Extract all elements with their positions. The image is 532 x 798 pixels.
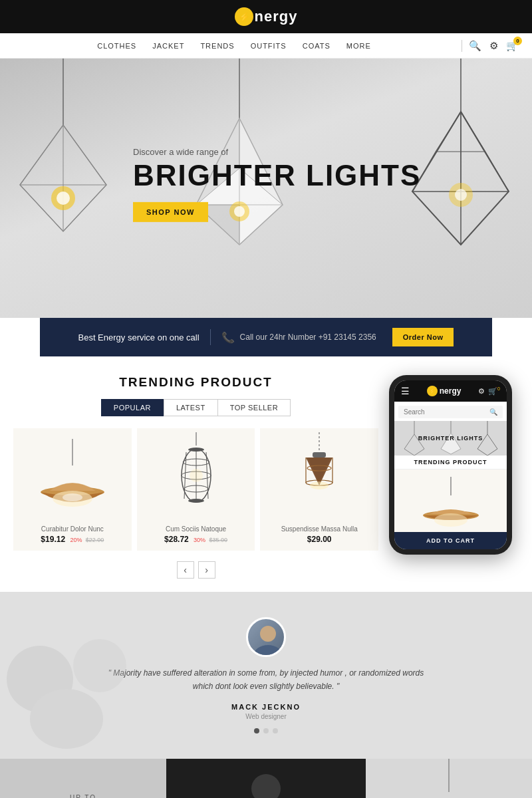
tab-popular[interactable]: POPULAR <box>101 399 164 416</box>
phone-product <box>394 469 507 532</box>
svg-point-67 <box>260 626 276 642</box>
testimonial-name: MACK JECKNO <box>231 703 301 711</box>
phone-hero-text: BRIGHTER LIGHTS <box>418 435 483 442</box>
next-arrow-button[interactable]: › <box>198 561 215 579</box>
nav-item-more[interactable]: MORE <box>346 42 371 50</box>
bottom-right <box>366 759 532 798</box>
product-nav-arrows: ‹ › <box>13 561 378 579</box>
logo-text: nergy <box>255 8 298 25</box>
product-image-1 <box>20 435 125 521</box>
site-header: ⚡ nergy <box>0 0 532 33</box>
product-name-2: Cum Sociis Natoque <box>144 525 249 533</box>
svg-point-69 <box>251 774 281 798</box>
phone-screen: ☰ ⚡ nergy ⚙ 🛒0 🔍 <box>394 380 507 549</box>
phone-frame: ☰ ⚡ nergy ⚙ 🛒0 🔍 <box>389 375 512 555</box>
hero-section: Discover a wide range of BRIGHTER LIGHTS… <box>0 59 532 318</box>
logo-icon: ⚡ <box>235 7 253 26</box>
lamp-left <box>7 59 120 298</box>
phone-search-icon: 🔍 <box>489 408 497 416</box>
service-text: Best Energy service on one call <box>78 332 200 342</box>
product-price-1: $19.12 20% $22.00 <box>20 535 125 544</box>
svg-line-4 <box>20 125 63 185</box>
svg-point-66 <box>30 689 103 749</box>
product-card-1: Curabitur Dolor Nunc $19.12 20% $22.00 <box>13 428 132 551</box>
phone-cart-icon: 🛒0 <box>488 386 500 396</box>
svg-point-36 <box>63 493 82 501</box>
svg-line-30 <box>461 112 485 152</box>
mobile-mockup: ☰ ⚡ nergy ⚙ 🛒0 🔍 <box>389 375 519 579</box>
product-card-2: Cum Sociis Natoque $28.72 30% $35.00 <box>137 428 255 551</box>
tab-top-seller[interactable]: TOP SELLER <box>218 399 291 416</box>
trending-title: TRENDING PRODUCT <box>13 375 378 390</box>
nav-item-coats[interactable]: COATS <box>303 42 331 50</box>
svg-point-63 <box>434 513 467 527</box>
product-price-2: $28.72 30% $35.00 <box>144 535 249 544</box>
hero-content: Discover a wide range of BRIGHTER LIGHTS… <box>133 147 421 222</box>
dot-1[interactable] <box>254 728 259 733</box>
product-image-2 <box>144 435 249 521</box>
svg-line-28 <box>485 152 509 192</box>
hero-cta-button[interactable]: SHOP NOW <box>133 202 208 222</box>
phone-gear-icon: ⚙ <box>478 387 485 396</box>
trending-products: TRENDING PRODUCT POPULAR LATEST TOP SELL… <box>13 375 378 579</box>
prev-arrow-button[interactable]: ‹ <box>177 561 194 579</box>
nav-item-trends[interactable]: TRENDS <box>200 42 234 50</box>
svg-point-68 <box>253 645 283 657</box>
search-icon[interactable]: 🔍 <box>469 40 481 52</box>
hamburger-icon: ☰ <box>401 386 410 396</box>
phone-hero-mini: BRIGHTER LIGHTS <box>394 421 507 456</box>
gear-icon[interactable]: ⚙ <box>489 40 498 52</box>
svg-point-32 <box>455 189 467 201</box>
order-now-button[interactable]: Order Now <box>392 328 454 346</box>
testimonial-dots <box>254 728 278 733</box>
products-grid: Curabitur Dolor Nunc $19.12 20% $22.00 <box>13 428 378 551</box>
testimonial-section: " Majority have suffered alteration in s… <box>0 592 532 759</box>
product-name-1: Curabitur Dolor Nunc <box>20 525 125 533</box>
main-nav: CLOTHES JACKET TRENDS OUTFITS COATS MORE… <box>0 33 532 59</box>
phone-add-cart-button[interactable]: ADD TO CART <box>394 532 507 549</box>
dot-2[interactable] <box>263 728 269 733</box>
avatar <box>246 617 286 657</box>
dot-3[interactable] <box>273 728 278 733</box>
svg-point-45 <box>188 499 204 503</box>
svg-line-29 <box>436 112 461 152</box>
product-image-3 <box>267 435 372 521</box>
service-banner: Best Energy service on one call 📞 Call o… <box>40 318 492 356</box>
svg-point-46 <box>188 448 204 452</box>
hero-title: BRIGHTER LIGHTS <box>133 161 421 190</box>
phone-search-input[interactable] <box>404 408 489 416</box>
svg-point-65 <box>73 639 126 692</box>
product-tabs: POPULAR LATEST TOP SELLER <box>13 399 378 416</box>
phone-icon: 📞 <box>221 331 235 344</box>
logo[interactable]: ⚡ nergy <box>235 7 298 26</box>
product-price-3: $29.00 <box>267 535 372 544</box>
testimonial-role: Web designer <box>245 713 287 720</box>
bottom-label: UP TO <box>70 794 96 798</box>
bottom-sale: UP TO 33% <box>0 759 166 798</box>
svg-line-5 <box>63 125 106 185</box>
nav-item-jacket[interactable]: JACKET <box>152 42 184 50</box>
product-name-3: Suspendisse Massa Nulla <box>267 525 372 533</box>
phone-section-title: TRENDING PRODUCT <box>394 456 507 469</box>
service-phone-text: Call our 24hr Number +91 23145 2356 <box>240 332 376 342</box>
cart-badge: 0 <box>513 37 522 45</box>
phone-product-image <box>400 475 501 527</box>
product-card-3: Suspendisse Massa Nulla $29.00 <box>260 428 378 551</box>
nav-item-clothes[interactable]: CLOTHES <box>97 42 136 50</box>
svg-point-9 <box>57 192 70 205</box>
nav-item-outfits[interactable]: OUTFITS <box>251 42 287 50</box>
cart-icon[interactable]: 🛒0 <box>506 40 519 52</box>
tab-latest[interactable]: LATEST <box>164 399 218 416</box>
svg-point-54 <box>310 481 329 489</box>
trending-section: TRENDING PRODUCT POPULAR LATEST TOP SELL… <box>0 356 532 592</box>
svg-rect-49 <box>313 452 326 458</box>
phone-logo-text: nergy <box>440 386 462 396</box>
hero-subtitle: Discover a wide range of <box>133 147 421 157</box>
bottom-center <box>166 759 366 798</box>
svg-point-47 <box>190 469 203 482</box>
bottom-section: UP TO 33% <box>0 759 532 798</box>
